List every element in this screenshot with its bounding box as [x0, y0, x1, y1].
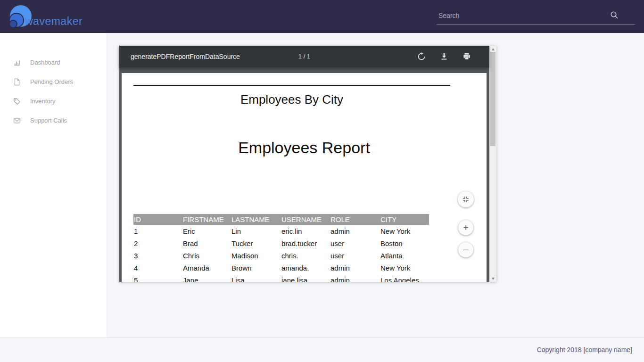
table-row: 4 Amanda Brown amanda. admin New York — [133, 262, 429, 274]
search-icon[interactable] — [610, 11, 619, 19]
print-button[interactable] — [461, 51, 472, 62]
fit-to-page-icon — [462, 196, 470, 203]
app-header: wavemaker — [0, 0, 644, 33]
cell: 3 — [133, 252, 182, 260]
scrollbar-thumb[interactable] — [490, 52, 495, 146]
table-row: 2 Brad Tucker brad.tucker user Boston — [133, 237, 429, 249]
minus-icon: − — [463, 245, 469, 255]
cell: brad.tucker — [281, 239, 330, 247]
fit-to-page-button[interactable] — [458, 191, 474, 207]
app: { "header": { "logo_text": "wavemaker", … — [0, 0, 644, 362]
cell: 4 — [133, 264, 182, 272]
cell: chris. — [281, 252, 330, 260]
cell: user — [330, 252, 380, 260]
cell: amanda. — [281, 264, 330, 272]
download-button[interactable] — [438, 51, 450, 62]
scrollbar-down-arrow[interactable] — [489, 275, 496, 282]
cell: Lisa — [231, 276, 281, 282]
table-row: 5 Jane Lisa jane.lisa admin Los Angeles — [133, 274, 429, 282]
download-icon — [439, 52, 449, 61]
print-icon — [462, 52, 471, 61]
cell: admin — [330, 276, 380, 282]
cell: Atlanta — [380, 252, 429, 260]
cell: 5 — [133, 276, 182, 282]
sidebar-item-dashboard[interactable]: Dashboard — [0, 53, 107, 72]
envelope-icon — [13, 117, 21, 124]
sidebar-item-pending-orders[interactable]: Pending Orders — [0, 72, 107, 91]
col-header: USERNAME — [281, 215, 330, 223]
cell: Brad — [182, 239, 231, 247]
tag-icon — [13, 98, 21, 105]
copyright-text: Copyright 2018 [company name] — [537, 346, 632, 354]
sidebar-item-support-calls[interactable]: Support Calls — [0, 111, 107, 130]
pdf-content-area[interactable]: Employees By City Employees Report ID FI… — [119, 67, 489, 282]
pdf-document-name: generatePDFReportFromDataSource — [131, 46, 240, 67]
pdf-page: Employees By City Employees Report ID FI… — [122, 73, 487, 282]
cell: Madison — [231, 252, 281, 260]
col-header: LASTNAME — [231, 215, 281, 223]
pdf-toolbar: generatePDFReportFromDataSource 1 / 1 — [119, 46, 489, 67]
zoom-out-button[interactable]: − — [458, 242, 473, 257]
sidebar-item-label: Pending Orders — [30, 78, 73, 85]
col-header: ROLE — [330, 215, 380, 223]
cell: 1 — [133, 227, 182, 235]
pdf-header-rule — [133, 85, 450, 86]
table-row: 3 Chris Madison chris. user Atlanta — [133, 249, 429, 262]
pdf-scrollbar[interactable] — [489, 46, 496, 282]
cell: Amanda — [182, 264, 231, 272]
cell: Boston — [380, 239, 429, 247]
scrollbar-up-arrow[interactable] — [489, 46, 496, 52]
cell: 2 — [133, 239, 182, 247]
cell: Eric — [182, 227, 231, 235]
cell: New York — [380, 227, 429, 235]
col-header: CITY — [380, 215, 429, 223]
sidebar: Dashboard Pending Orders Inventory Suppo… — [0, 33, 107, 337]
search-box — [437, 7, 635, 25]
sidebar-item-label: Support Calls — [30, 117, 67, 124]
wavemaker-logo[interactable]: wavemaker — [6, 3, 100, 31]
search-input[interactable] — [438, 8, 613, 23]
cell: Jane — [182, 276, 231, 282]
zoom-in-button[interactable]: + — [458, 220, 473, 235]
cell: admin — [330, 227, 380, 235]
pdf-viewer: generatePDFReportFromDataSource 1 / 1 — [119, 46, 496, 282]
bar-chart-icon — [13, 59, 21, 66]
col-header: ID — [133, 215, 182, 223]
cell: Brown — [231, 264, 281, 272]
cell: eric.lin — [281, 227, 330, 235]
table-header-row: ID FIRSTNAME LASTNAME USERNAME ROLE CITY — [133, 214, 429, 225]
cell: Tucker — [231, 239, 281, 247]
cell: New York — [380, 264, 429, 272]
cell: Los Angeles — [380, 276, 429, 282]
rotate-icon — [417, 52, 426, 61]
sidebar-item-label: Inventory — [30, 98, 55, 105]
cell: user — [330, 239, 380, 247]
wavemaker-logo-text: wavemaker — [25, 15, 83, 28]
cell: Chris — [182, 252, 231, 260]
cell: admin — [330, 264, 380, 272]
rotate-button[interactable] — [416, 51, 427, 62]
document-icon — [13, 78, 21, 86]
app-footer: Copyright 2018 [company name] — [0, 337, 644, 362]
table-row: 1 Eric Lin eric.lin admin New York — [133, 225, 429, 237]
col-header: FIRSTNAME — [182, 215, 231, 223]
employees-table: ID FIRSTNAME LASTNAME USERNAME ROLE CITY… — [133, 214, 429, 282]
sidebar-item-label: Dashboard — [30, 59, 60, 66]
pdf-doc-title: Employees Report — [122, 139, 487, 157]
sidebar-item-inventory[interactable]: Inventory — [0, 91, 107, 111]
pdf-subtitle: Employees By City — [133, 92, 450, 107]
plus-icon: + — [463, 222, 469, 233]
cell: Lin — [231, 227, 281, 235]
cell: jane.lisa — [281, 276, 330, 282]
page-indicator: 1 / 1 — [298, 46, 310, 67]
